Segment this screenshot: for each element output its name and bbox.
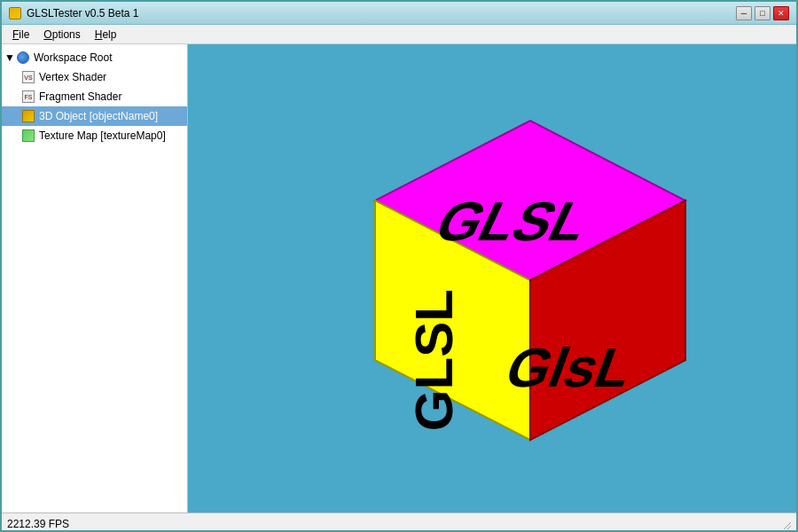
vertex-shader-label: Vertex Shader [39,71,106,83]
fragment-shader-icon: FS [21,90,35,104]
workspace-root-label: Workspace Root [34,51,112,64]
fps-counter: 2212.39 FPS [7,518,69,530]
sidebar: ▼ Workspace Root VS Vertex Shader FS Fra… [2,44,188,512]
window-controls: ─ □ ✕ [736,6,789,20]
main-area: ▼ Workspace Root VS Vertex Shader FS Fra… [2,44,796,512]
3d-object-label: 3D Object [objectName0] [39,110,158,122]
menu-file[interactable]: File [5,27,36,43]
expand-arrow: ▼ [5,53,14,62]
maximize-button[interactable]: □ [755,6,771,20]
svg-text:GlsL: GlsL [497,337,642,399]
svg-text:GLSL: GLSL [404,289,464,431]
sidebar-item-fragment-shader[interactable]: FS Fragment Shader [2,87,187,106]
close-button[interactable]: ✕ [773,6,789,20]
svg-text:GLSL: GLSL [426,191,601,252]
minimize-button[interactable]: ─ [736,6,752,20]
texture-map-icon [21,129,35,143]
texture-map-label: Texture Map [textureMap0] [39,129,166,142]
menu-bar: File Options Help [2,25,796,44]
sidebar-item-3d-object[interactable]: 3D Object [objectName0] [2,106,187,126]
3d-object-icon [21,109,35,123]
resize-grip[interactable] [780,519,791,529]
title-bar: GLSLTester v0.5 Beta 1 ─ □ ✕ [2,2,796,25]
cube-3d: GLSL GLSL GlsL [340,94,721,478]
title-text: GLSLTester v0.5 Beta 1 [27,7,736,20]
status-bar: 2212.39 FPS [2,512,796,532]
svg-line-6 [784,522,791,529]
app-icon [9,7,21,20]
menu-help[interactable]: Help [88,27,124,43]
globe-icon [16,51,30,65]
svg-line-7 [787,526,791,529]
fragment-shader-label: Fragment Shader [39,90,121,103]
sidebar-item-texture-map[interactable]: Texture Map [textureMap0] [2,126,187,145]
sidebar-item-vertex-shader[interactable]: VS Vertex Shader [2,67,187,87]
vertex-shader-icon: VS [21,70,35,84]
canvas-area: GLSL GLSL GlsL [188,44,796,512]
menu-options[interactable]: Options [36,27,87,43]
sidebar-item-workspace-root[interactable]: ▼ Workspace Root [2,48,187,67]
